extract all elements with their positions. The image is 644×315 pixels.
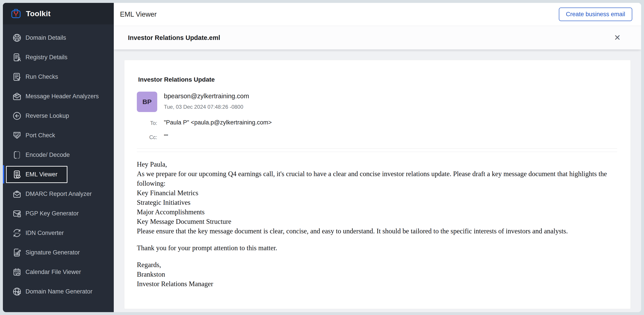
to-label: To: [150, 120, 157, 126]
email-body: Hey Paula,As we prepare for our upcoming… [137, 160, 617, 288]
sidebar-item-signature-generator[interactable]: Signature Generator [3, 243, 114, 262]
sidebar-item-label: Domain Details [26, 34, 66, 41]
sidebar-item-label: Reverse Lookup [26, 112, 69, 119]
sidebar-item-label: Calendar File Viewer [26, 269, 81, 276]
viewer-content: Investor Relations Update BP bpearson@zy… [114, 50, 641, 312]
email-body-line: Please ensure that the key message docum… [137, 226, 617, 236]
cc-label: Cc: [149, 134, 157, 140]
sidebar-item-label: IDN Converter [26, 230, 64, 236]
email-body-line: Key Financial Metrics [137, 188, 617, 198]
sidebar-item-dmarc-report-analyzer[interactable]: DMARC Report Analyzer [3, 184, 114, 204]
envelope-key-icon [12, 189, 22, 199]
www-sync-icon: www [12, 228, 22, 238]
sidebar-item-label: Port Check [26, 132, 55, 139]
email-card: Investor Relations Update BP bpearson@zy… [124, 60, 631, 309]
arrow-back-circle-icon [12, 111, 22, 121]
envelope-lock-icon [12, 208, 22, 218]
calendar-eye-icon [12, 267, 22, 277]
email-body-line: Regards, [137, 260, 617, 270]
topbar: EML Viewer Create business email [114, 3, 641, 26]
document-check-icon [12, 72, 22, 82]
sidebar-item-idn-converter[interactable]: wwwIDN Converter [3, 223, 114, 243]
email-body-line: As we prepare for our upcoming Q4 earnin… [137, 169, 617, 188]
sidebar-item-label: EML Viewer [26, 171, 58, 178]
sidebar-item-reverse-lookup[interactable]: Reverse Lookup [3, 106, 114, 126]
avatar: BP [137, 92, 157, 112]
file-bar: Investor Relations Update.eml ✕ [114, 26, 641, 50]
to-address: "Paula P" <paula.p@zylkertraining.com> [164, 119, 617, 126]
sidebar-item-domain-name-generator[interactable]: Domain Name Generator [3, 282, 114, 301]
email-body-line: Strategic Initiatives [137, 198, 617, 207]
divider [137, 152, 617, 152]
sidebar-item-run-checks[interactable]: Run Checks [3, 67, 114, 86]
sidebar-item-label: DMARC Report Analyzer [26, 190, 92, 198]
sidebar-item-registry-details[interactable]: Registry Details [3, 48, 114, 67]
envelope-letter-icon [12, 92, 22, 102]
brand: Toolkit [3, 3, 114, 24]
email-body-line: Investor Relations Manager [137, 279, 617, 288]
file-title: Investor Relations Update.eml [128, 34, 614, 42]
port-check-icon [12, 130, 22, 140]
sidebar-item-label: Registry Details [26, 54, 68, 61]
sidebar-item-label: Encode/ Decode [26, 152, 70, 158]
divider [137, 148, 617, 149]
toolkit-logo-icon [11, 9, 21, 19]
sidebar-item-label: Run Checks [26, 74, 58, 80]
sidebar: Toolkit wwwDomain DetailsRegistry Detail… [3, 3, 114, 312]
brackets-encode-icon [12, 150, 22, 160]
svg-text:www: www [14, 232, 19, 234]
email-body-line: Thank you for your prompt attention to t… [137, 243, 617, 253]
document-eye-icon [12, 170, 22, 180]
from-block: bpearson@zylkertraining.com Tue, 03 Dec … [164, 92, 617, 110]
page-title: EML Viewer [120, 10, 559, 18]
document-person-icon [12, 52, 22, 62]
create-business-email-button[interactable]: Create business email [559, 8, 632, 21]
main-area: EML Viewer Create business email Investo… [114, 3, 641, 312]
sidebar-item-label: Message Header Analyzers [26, 93, 99, 100]
email-body-line: Brankston [137, 270, 617, 279]
close-icon[interactable]: ✕ [614, 34, 621, 42]
globe-www-icon: www [12, 33, 22, 43]
email-meta: BP bpearson@zylkertraining.com Tue, 03 D… [137, 92, 617, 140]
email-body-line: Major Accomplishments [137, 207, 617, 217]
sidebar-item-label: Signature Generator [26, 249, 80, 256]
email-date: Tue, 03 Dec 2024 07:48:26 -0800 [164, 104, 617, 110]
email-body-line [137, 253, 617, 260]
email-body-line: Hey Paula, [137, 160, 617, 169]
sidebar-item-domain-details[interactable]: wwwDomain Details [3, 28, 114, 48]
sidebar-item-port-check[interactable]: Port Check [3, 126, 114, 145]
app-window: Toolkit wwwDomain DetailsRegistry Detail… [3, 3, 641, 312]
email-body-line: Key Message Document Structure [137, 217, 617, 226]
email-body-line [137, 236, 617, 243]
globe-cursor-icon [12, 286, 22, 296]
email-subject: Investor Relations Update [138, 76, 617, 83]
sidebar-item-message-header-analyzers[interactable]: Message Header Analyzers [3, 86, 114, 106]
sidebar-item-label: Domain Name Generator [26, 288, 92, 295]
sidebar-item-calendar-file-viewer[interactable]: Calendar File Viewer [3, 262, 114, 282]
from-address: bpearson@zylkertraining.com [164, 92, 617, 100]
sidebar-item-encode-decode[interactable]: Encode/ Decode [3, 145, 114, 164]
sidebar-item-label: PGP Key Generator [26, 210, 79, 217]
brand-title: Toolkit [26, 9, 50, 18]
svg-text:www: www [15, 37, 19, 39]
sidebar-nav: wwwDomain DetailsRegistry DetailsRun Che… [3, 24, 114, 301]
document-pen-icon [12, 248, 22, 258]
sidebar-item-eml-viewer[interactable]: EML Viewer [3, 164, 114, 184]
cc-address: "" [164, 133, 617, 140]
sidebar-item-pgp-key-generator[interactable]: PGP Key Generator [3, 204, 114, 223]
